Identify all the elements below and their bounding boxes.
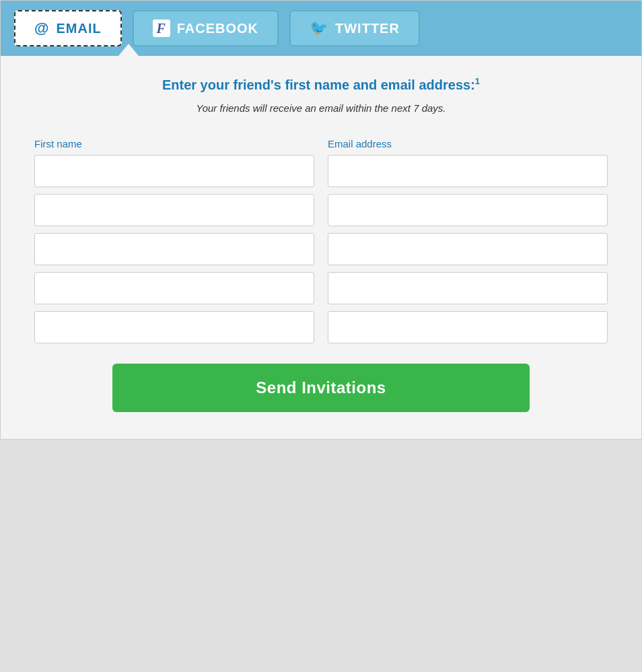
form-description: Your friends will receive an email withi… [34,102,608,114]
tabs-bar: @ EMAIL f FACEBOOK 🐦 TWITTER [1,1,641,56]
form-row-3 [34,233,608,265]
tab-twitter-label: TWITTER [335,21,400,36]
invitation-form: First name Email address [34,138,608,343]
tab-twitter[interactable]: 🐦 TWITTER [289,10,420,46]
content-area: Enter your friend's first name and email… [1,56,641,439]
arrow-indicator [118,44,139,56]
first-name-input-4[interactable] [34,272,314,304]
email-label: Email address [328,138,608,149]
main-container: @ EMAIL f FACEBOOK 🐦 TWITTER Enter your … [0,0,642,440]
tab-facebook[interactable]: f FACEBOOK [133,10,279,46]
tab-email-label: EMAIL [56,21,101,36]
form-row-1 [34,155,608,187]
email-input-1[interactable] [328,155,608,187]
form-column-headers: First name Email address [34,138,608,149]
form-row-2 [34,194,608,226]
tab-facebook-label: FACEBOOK [177,21,258,36]
first-name-input-3[interactable] [34,233,314,265]
email-input-4[interactable] [328,272,608,304]
tab-email[interactable]: @ EMAIL [14,10,122,46]
twitter-icon: 🐦 [310,20,328,37]
facebook-icon: f [153,20,170,37]
first-name-input-5[interactable] [34,311,314,343]
email-input-2[interactable] [328,194,608,226]
first-name-label: First name [34,138,314,149]
form-row-5 [34,311,608,343]
first-name-input-2[interactable] [34,194,314,226]
form-rows [34,155,608,343]
form-title: Enter your friend's first name and email… [34,76,608,93]
email-input-5[interactable] [328,311,608,343]
first-name-input-1[interactable] [34,155,314,187]
email-input-3[interactable] [328,233,608,265]
at-icon: @ [34,20,49,37]
form-row-4 [34,272,608,304]
send-invitations-button[interactable]: Send Invitations [112,364,530,412]
